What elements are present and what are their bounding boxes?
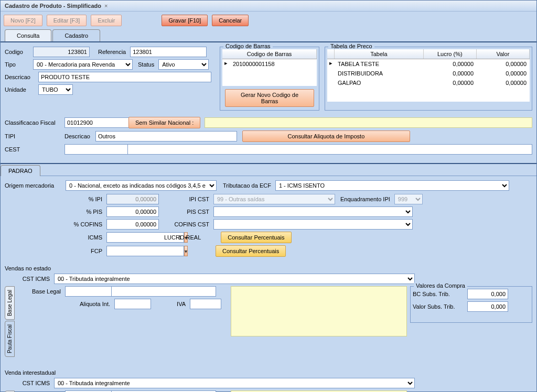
notes-box[interactable]: [231, 286, 407, 336]
ipi-cst-select: 99 - Outras saídas: [213, 194, 335, 204]
descricao-field[interactable]: [38, 72, 211, 82]
row-marker-icon: ▸: [327, 60, 335, 68]
barcode-cell: 2010000001158: [230, 60, 278, 68]
fcp-field[interactable]: [106, 246, 184, 256]
enq-ipi-select: 999: [394, 194, 423, 204]
tab-cadastro[interactable]: Cadastro: [52, 29, 100, 41]
codigo-label: Codigo: [5, 49, 31, 55]
unidade-select[interactable]: TUBO: [38, 84, 73, 95]
vertical-tabs: Pauta Fiscal Base Legal: [5, 286, 15, 358]
price-fieldset-title: Tabela de Preco: [328, 43, 374, 49]
close-icon[interactable]: ×: [104, 3, 108, 9]
price-name-cell: GALPAO: [335, 79, 424, 87]
price-row[interactable]: ▸TABELA TESTE0,000000,00000: [327, 59, 530, 69]
price-row[interactable]: GALPAO0,000000,00000: [327, 78, 530, 88]
titlebar: Cadastro de Produto - Simplificado ×: [1, 1, 536, 12]
gerar-barras-button[interactable]: Gerar Novo Codigo de Barras: [225, 89, 314, 107]
descricao-label: Descricao: [5, 74, 36, 80]
pct-pis-field[interactable]: [106, 206, 159, 217]
tab-consulta[interactable]: Consulta: [5, 29, 51, 41]
main-tabs: Consulta Cadastro: [1, 29, 536, 41]
row-marker-icon: [327, 69, 335, 78]
class-fiscal-label: Classificacao Fiscal: [5, 119, 62, 126]
pis-cst-select[interactable]: [213, 206, 413, 217]
valor-subs-label: Valor Subs. Trib.: [413, 303, 465, 310]
cst-icms-inter-select[interactable]: 00 - Tributada integralmente: [54, 378, 415, 388]
origem-select[interactable]: 0 - Nacional, exceto as indicadas nos có…: [66, 180, 217, 191]
pct-cofins-label: % COFINS: [5, 221, 104, 227]
tabela-col-header: Tabela: [335, 49, 424, 59]
lucro-real-label: LUCRO REAL: [164, 234, 203, 241]
price-name-cell: DISTRIBUIDORA: [335, 69, 424, 78]
barcode-col-header: Codigo de Barras: [222, 49, 317, 59]
sem-similar-button[interactable]: Sem Similar Nacional :: [128, 117, 200, 128]
cest-desc-field[interactable]: [127, 144, 532, 155]
price-valor-cell: 0,00000: [477, 60, 530, 68]
venda-inter-heading: Venda interestadual: [5, 369, 532, 376]
tipi-desc-label: Descricao: [65, 133, 92, 139]
price-lucro-cell: 0,00000: [424, 69, 477, 78]
price-lucro-cell: 0,00000: [424, 60, 477, 68]
toolbar: Novo [F2] Editar [F3] Excluir Gravar [F1…: [1, 12, 536, 29]
excluir-button[interactable]: Excluir: [91, 15, 122, 26]
price-row[interactable]: DISTRIBUIDORA0,000000,00000: [327, 69, 530, 78]
barcode-row[interactable]: ▸ 2010000001158: [222, 59, 317, 69]
tipi-desc-field[interactable]: [95, 131, 237, 141]
cancelar-button[interactable]: Cancelar: [212, 15, 249, 26]
cofins-cst-label: COFINS CST: [161, 221, 211, 227]
consultar-perc-icms-button[interactable]: Consultar Percentuais: [221, 232, 291, 243]
cst-icms-estado-select[interactable]: 00 - Tributada integralmente: [54, 274, 415, 284]
aliquota-int-field[interactable]: [114, 299, 151, 309]
tipo-label: Tipo: [5, 61, 31, 68]
barcode-fieldset-title: Codigo de Barras: [223, 43, 273, 49]
pct-ipi-label: % IPI: [5, 196, 104, 202]
row-marker-icon: ▸: [222, 60, 230, 68]
origem-label: Origem mercadoria: [5, 182, 63, 189]
novo-button[interactable]: Novo [F2]: [4, 15, 42, 26]
tab-padrao[interactable]: PADRAO: [1, 165, 40, 176]
editar-button[interactable]: Editar [F3]: [47, 15, 87, 26]
price-lucro-cell: 0,00000: [424, 79, 477, 87]
valor-subs-field[interactable]: [467, 301, 508, 312]
enq-ipi-label: Enquadramento IPI: [340, 196, 392, 202]
trib-ecf-label: Tributacao da ECF: [223, 182, 273, 189]
tipo-select[interactable]: 00 - Mercadoria para Revenda: [33, 59, 133, 70]
gravar-button[interactable]: Gravar [F10]: [162, 15, 208, 26]
referencia-label: Referencia: [98, 49, 128, 55]
vtab-pauta-fiscal[interactable]: Pauta Fiscal: [5, 321, 15, 357]
pct-ipi-field[interactable]: [106, 194, 159, 204]
fcp-label: FCP: [5, 248, 104, 254]
unidade-label: Unidade: [5, 86, 36, 93]
consultar-aliquota-button[interactable]: Consultar Aliquota de Imposto: [242, 130, 410, 142]
referencia-field[interactable]: [130, 47, 207, 57]
status-label: Status: [138, 61, 156, 68]
cest-label: CEST: [5, 146, 62, 153]
ipi-cst-label: IPI CST: [161, 196, 211, 202]
icms-label: ICMS: [5, 234, 104, 241]
consultar-perc-fcp-button[interactable]: Consultar Percentuais: [216, 245, 286, 257]
valor-col-header: Valor: [477, 49, 530, 59]
codigo-field[interactable]: [33, 47, 90, 57]
vtab-base-legal[interactable]: Base Legal: [5, 286, 15, 320]
price-valor-cell: 0,00000: [477, 69, 530, 78]
vendas-estado-heading: Vendas no estado: [5, 265, 532, 271]
iva-label: IVA: [153, 301, 188, 307]
pct-cofins-field[interactable]: [106, 219, 159, 230]
price-valor-cell: 0,00000: [477, 79, 530, 87]
similar-display: [205, 117, 532, 128]
base-legal-desc-field[interactable]: [111, 286, 216, 297]
lucro-col-header: Lucro (%): [424, 49, 477, 59]
cst-icms-inter-label: CST ICMS: [5, 380, 52, 386]
iva-field[interactable]: [190, 299, 221, 309]
row-marker-icon: [327, 79, 335, 87]
tipi-label: TIPI: [5, 133, 62, 139]
cofins-cst-select[interactable]: [213, 219, 413, 230]
bc-subs-label: BC Subs. Trib.: [413, 291, 465, 297]
trib-ecf-select[interactable]: 1 - ICMS ISENTO: [275, 180, 509, 191]
status-select[interactable]: Ativo: [158, 59, 209, 70]
bc-subs-field[interactable]: [467, 289, 508, 299]
window-title: Cadastro de Produto - Simplificado: [5, 3, 101, 9]
valores-compra-title: Valores da Compra: [414, 282, 467, 289]
pis-cst-label: PIS CST: [161, 209, 211, 215]
fcp-lookup-icon[interactable]: ▾: [184, 246, 188, 256]
